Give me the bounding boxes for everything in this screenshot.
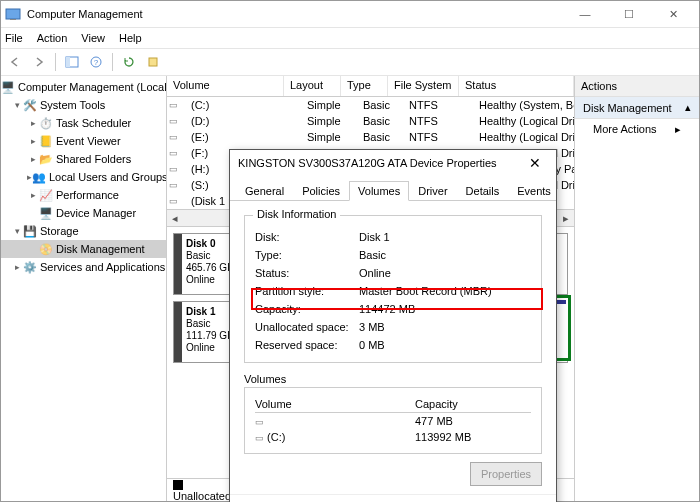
info-row: Disk:Disk 1 bbox=[255, 228, 531, 246]
tab-details[interactable]: Details bbox=[457, 181, 509, 201]
tree-performance[interactable]: Performance bbox=[56, 189, 119, 201]
tree-services[interactable]: Services and Applications bbox=[40, 261, 165, 273]
menu-action[interactable]: Action bbox=[37, 32, 68, 44]
drive-icon: ▭ bbox=[169, 100, 183, 110]
svg-rect-3 bbox=[66, 57, 70, 67]
expand-icon[interactable]: ▾ bbox=[11, 226, 23, 236]
navigation-tree: 🖥️Computer Management (Local ▾🛠️System T… bbox=[1, 76, 167, 501]
tree-root[interactable]: Computer Management (Local bbox=[18, 81, 167, 93]
col-capacity[interactable]: Capacity bbox=[415, 398, 458, 410]
dialog-title: KINGSTON SV300S37A120G ATA Device Proper… bbox=[238, 157, 522, 169]
svg-rect-1 bbox=[10, 19, 16, 20]
volume-row[interactable]: ▭(D:)SimpleBasicNTFSHealthy (Logical Dri… bbox=[167, 113, 574, 129]
chevron-up-icon: ▴ bbox=[685, 101, 691, 114]
toolbar: ? bbox=[1, 48, 699, 76]
actions-header: Actions bbox=[575, 76, 699, 97]
expand-icon[interactable]: ▸ bbox=[27, 118, 39, 128]
device-properties-dialog: KINGSTON SV300S37A120G ATA Device Proper… bbox=[229, 149, 557, 502]
expand-icon[interactable]: ▾ bbox=[11, 100, 23, 110]
tree-disk-management[interactable]: Disk Management bbox=[56, 243, 145, 255]
tree-event-viewer[interactable]: Event Viewer bbox=[56, 135, 121, 147]
disk-label: Disk 0 bbox=[186, 238, 234, 250]
tab-events[interactable]: Events bbox=[508, 181, 560, 201]
event-icon: 📒 bbox=[39, 134, 53, 148]
titlebar: Computer Management — ☐ ✕ bbox=[1, 1, 699, 28]
properties-icon[interactable] bbox=[143, 52, 163, 72]
disk-label: Disk 1 bbox=[186, 306, 234, 318]
tab-volumes[interactable]: Volumes bbox=[349, 181, 409, 201]
col-layout[interactable]: Layout bbox=[284, 76, 341, 96]
menu-help[interactable]: Help bbox=[119, 32, 142, 44]
expand-icon[interactable]: ▸ bbox=[27, 136, 39, 146]
properties-button: Properties bbox=[470, 462, 542, 486]
dialog-tabs: GeneralPoliciesVolumesDriverDetailsEvent… bbox=[230, 180, 556, 201]
disk-icon: 📀 bbox=[39, 242, 53, 256]
svg-text:?: ? bbox=[94, 58, 99, 67]
window-title: Computer Management bbox=[27, 8, 563, 20]
volume-list-header: Volume Layout Type File System Status bbox=[167, 76, 574, 97]
group-label: Disk Information bbox=[253, 208, 340, 220]
perf-icon: 📈 bbox=[39, 188, 53, 202]
tab-policies[interactable]: Policies bbox=[293, 181, 349, 201]
info-row: Unallocated space:3 MB bbox=[255, 318, 531, 336]
dialog-volume-row[interactable]: ▭ 477 MB bbox=[255, 413, 531, 429]
menu-file[interactable]: File bbox=[5, 32, 23, 44]
services-icon: ⚙️ bbox=[23, 260, 37, 274]
drive-icon: ▭ bbox=[169, 148, 183, 158]
volume-row[interactable]: ▭(C:)SimpleBasicNTFSHealthy (System, Boo… bbox=[167, 97, 574, 113]
drive-icon: ▭ bbox=[169, 180, 183, 190]
tree-system-tools[interactable]: System Tools bbox=[40, 99, 105, 111]
wrench-icon: 🛠️ bbox=[23, 98, 37, 112]
tab-general[interactable]: General bbox=[236, 181, 293, 201]
storage-icon: 💾 bbox=[23, 224, 37, 238]
help-icon[interactable]: ? bbox=[86, 52, 106, 72]
col-filesystem[interactable]: File System bbox=[388, 76, 459, 96]
actions-more[interactable]: More Actions▸ bbox=[575, 119, 699, 139]
col-volume[interactable]: Volume bbox=[255, 398, 415, 410]
tab-driver[interactable]: Driver bbox=[409, 181, 456, 201]
refresh-icon[interactable] bbox=[119, 52, 139, 72]
expand-icon[interactable]: ▸ bbox=[11, 262, 23, 272]
app-icon bbox=[5, 6, 21, 22]
tree-device-manager[interactable]: Device Manager bbox=[56, 207, 136, 219]
info-row: Capacity:114472 MB bbox=[255, 300, 531, 318]
tree-shared-folders[interactable]: Shared Folders bbox=[56, 153, 131, 165]
info-row: Status:Online bbox=[255, 264, 531, 282]
users-icon: 👥 bbox=[32, 170, 46, 184]
expand-icon[interactable]: ▸ bbox=[27, 154, 39, 164]
chevron-right-icon: ▸ bbox=[675, 123, 681, 136]
drive-icon: ▭ bbox=[169, 196, 183, 206]
menubar: File Action View Help bbox=[1, 28, 699, 48]
folder-icon: 📂 bbox=[39, 152, 53, 166]
computer-icon: 🖥️ bbox=[1, 80, 15, 94]
expand-icon[interactable]: ▸ bbox=[27, 190, 39, 200]
actions-disk-management[interactable]: Disk Management▴ bbox=[575, 97, 699, 119]
drive-icon: ▭ bbox=[169, 116, 183, 126]
close-button[interactable]: ✕ bbox=[651, 1, 695, 27]
dialog-volume-row[interactable]: ▭ (C:)113992 MB bbox=[255, 429, 531, 445]
drive-icon: ▭ bbox=[169, 164, 183, 174]
swatch-unallocated bbox=[173, 480, 183, 490]
volume-row[interactable]: ▭(E:)SimpleBasicNTFSHealthy (Logical Dri… bbox=[167, 129, 574, 145]
col-volume[interactable]: Volume bbox=[167, 76, 284, 96]
computer-management-window: Computer Management — ☐ ✕ File Action Vi… bbox=[0, 0, 700, 502]
info-row: Reserved space:0 MB bbox=[255, 336, 531, 354]
minimize-button[interactable]: — bbox=[563, 1, 607, 27]
device-icon: 🖥️ bbox=[39, 206, 53, 220]
volumes-label: Volumes bbox=[244, 373, 542, 385]
tree-task-scheduler[interactable]: Task Scheduler bbox=[56, 117, 131, 129]
tree-local-users[interactable]: Local Users and Groups bbox=[49, 171, 167, 183]
clock-icon: ⏱️ bbox=[39, 116, 53, 130]
view-icon[interactable] bbox=[62, 52, 82, 72]
info-row: Type:Basic bbox=[255, 246, 531, 264]
dialog-close-button[interactable]: ✕ bbox=[522, 155, 548, 171]
back-button[interactable] bbox=[5, 52, 25, 72]
maximize-button[interactable]: ☐ bbox=[607, 1, 651, 27]
drive-icon: ▭ bbox=[169, 132, 183, 142]
col-type[interactable]: Type bbox=[341, 76, 388, 96]
svg-rect-0 bbox=[6, 9, 20, 19]
col-status[interactable]: Status bbox=[459, 76, 574, 96]
tree-storage[interactable]: Storage bbox=[40, 225, 79, 237]
menu-view[interactable]: View bbox=[81, 32, 105, 44]
forward-button[interactable] bbox=[29, 52, 49, 72]
